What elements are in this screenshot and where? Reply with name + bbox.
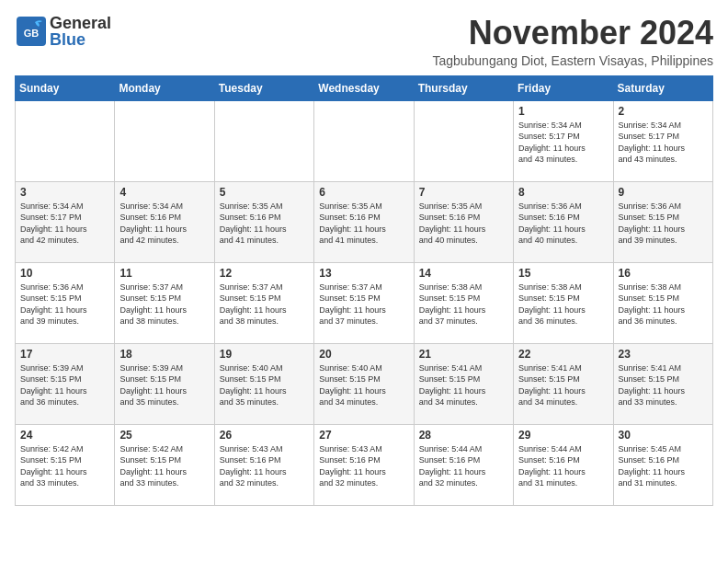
calendar-day-cell: 15Sunrise: 5:38 AMSunset: 5:15 PMDayligh… xyxy=(514,262,613,343)
day-number: 11 xyxy=(119,267,209,280)
calendar-day-cell: 3Sunrise: 5:34 AMSunset: 5:17 PMDaylight… xyxy=(16,181,115,262)
day-info: Sunrise: 5:38 AMSunset: 5:15 PMDaylight:… xyxy=(619,282,708,327)
day-info: Sunrise: 5:34 AMSunset: 5:17 PMDaylight:… xyxy=(518,120,608,166)
calendar-day-cell xyxy=(414,100,513,181)
calendar-week-row: 10Sunrise: 5:36 AMSunset: 5:15 PMDayligh… xyxy=(16,262,713,343)
day-info: Sunrise: 5:39 AMSunset: 5:15 PMDaylight:… xyxy=(119,362,209,408)
day-number: 12 xyxy=(220,267,309,280)
day-number: 24 xyxy=(20,429,109,442)
day-number: 6 xyxy=(319,186,408,199)
weekday-header: Wednesday xyxy=(314,75,414,100)
day-info: Sunrise: 5:45 AMSunset: 5:16 PMDaylight:… xyxy=(619,443,708,489)
day-info: Sunrise: 5:37 AMSunset: 5:15 PMDaylight:… xyxy=(220,282,309,327)
day-info: Sunrise: 5:39 AMSunset: 5:15 PMDaylight:… xyxy=(20,362,109,408)
day-info: Sunrise: 5:40 AMSunset: 5:15 PMDaylight:… xyxy=(319,362,408,408)
weekday-header: Saturday xyxy=(613,75,712,100)
calendar-day-cell: 28Sunrise: 5:44 AMSunset: 5:16 PMDayligh… xyxy=(414,424,513,505)
calendar-day-cell: 7Sunrise: 5:35 AMSunset: 5:16 PMDaylight… xyxy=(414,181,513,262)
day-info: Sunrise: 5:36 AMSunset: 5:15 PMDaylight:… xyxy=(20,282,109,327)
calendar-day-cell: 20Sunrise: 5:40 AMSunset: 5:15 PMDayligh… xyxy=(314,343,414,424)
day-number: 7 xyxy=(419,186,508,199)
calendar-day-cell: 5Sunrise: 5:35 AMSunset: 5:16 PMDaylight… xyxy=(214,181,313,262)
calendar-day-cell: 14Sunrise: 5:38 AMSunset: 5:15 PMDayligh… xyxy=(414,262,513,343)
weekday-header-row: SundayMondayTuesdayWednesdayThursdayFrid… xyxy=(16,75,713,100)
day-info: Sunrise: 5:42 AMSunset: 5:15 PMDaylight:… xyxy=(119,443,209,489)
day-info: Sunrise: 5:40 AMSunset: 5:15 PMDaylight:… xyxy=(220,362,309,408)
calendar-day-cell: 22Sunrise: 5:41 AMSunset: 5:15 PMDayligh… xyxy=(514,343,613,424)
calendar-day-cell: 11Sunrise: 5:37 AMSunset: 5:15 PMDayligh… xyxy=(115,262,214,343)
day-number: 3 xyxy=(20,186,109,199)
day-info: Sunrise: 5:41 AMSunset: 5:15 PMDaylight:… xyxy=(419,362,508,408)
day-info: Sunrise: 5:36 AMSunset: 5:15 PMDaylight:… xyxy=(619,201,708,247)
calendar-day-cell: 2Sunrise: 5:34 AMSunset: 5:17 PMDaylight… xyxy=(613,100,712,181)
day-info: Sunrise: 5:43 AMSunset: 5:16 PMDaylight:… xyxy=(220,443,309,489)
day-info: Sunrise: 5:43 AMSunset: 5:16 PMDaylight:… xyxy=(319,443,408,489)
day-info: Sunrise: 5:34 AMSunset: 5:17 PMDaylight:… xyxy=(619,120,708,166)
weekday-header: Monday xyxy=(115,75,214,100)
day-info: Sunrise: 5:42 AMSunset: 5:15 PMDaylight:… xyxy=(20,443,109,489)
day-number: 18 xyxy=(119,348,209,361)
day-info: Sunrise: 5:38 AMSunset: 5:15 PMDaylight:… xyxy=(518,282,608,327)
day-number: 4 xyxy=(119,186,209,199)
day-number: 17 xyxy=(20,348,109,361)
calendar-day-cell xyxy=(314,100,414,181)
day-info: Sunrise: 5:44 AMSunset: 5:16 PMDaylight:… xyxy=(518,443,608,489)
day-info: Sunrise: 5:44 AMSunset: 5:16 PMDaylight:… xyxy=(419,443,508,489)
day-number: 20 xyxy=(319,348,408,361)
day-info: Sunrise: 5:41 AMSunset: 5:15 PMDaylight:… xyxy=(619,362,708,408)
day-number: 8 xyxy=(518,186,608,199)
calendar-day-cell: 8Sunrise: 5:36 AMSunset: 5:16 PMDaylight… xyxy=(514,181,613,262)
calendar-day-cell: 6Sunrise: 5:35 AMSunset: 5:16 PMDaylight… xyxy=(314,181,414,262)
logo-text: General Blue xyxy=(50,15,111,48)
calendar-day-cell: 19Sunrise: 5:40 AMSunset: 5:15 PMDayligh… xyxy=(214,343,313,424)
day-number: 23 xyxy=(619,348,708,361)
location: Tagbubungang Diot, Eastern Visayas, Phil… xyxy=(432,53,713,68)
weekday-header: Tuesday xyxy=(214,75,313,100)
calendar-day-cell: 29Sunrise: 5:44 AMSunset: 5:16 PMDayligh… xyxy=(514,424,613,505)
month-title: November 2024 xyxy=(432,15,713,52)
calendar-day-cell: 27Sunrise: 5:43 AMSunset: 5:16 PMDayligh… xyxy=(314,424,414,505)
day-number: 1 xyxy=(518,105,608,118)
calendar-day-cell: 10Sunrise: 5:36 AMSunset: 5:15 PMDayligh… xyxy=(16,262,115,343)
page-header: GB General Blue November 2024 Tagbubunga… xyxy=(15,15,713,68)
day-number: 28 xyxy=(419,429,508,442)
calendar-day-cell: 25Sunrise: 5:42 AMSunset: 5:15 PMDayligh… xyxy=(115,424,214,505)
day-number: 25 xyxy=(119,429,209,442)
calendar-week-row: 1Sunrise: 5:34 AMSunset: 5:17 PMDaylight… xyxy=(16,100,713,181)
calendar-day-cell: 4Sunrise: 5:34 AMSunset: 5:16 PMDaylight… xyxy=(115,181,214,262)
weekday-header: Friday xyxy=(514,75,613,100)
logo-blue: Blue xyxy=(50,31,111,48)
day-info: Sunrise: 5:41 AMSunset: 5:15 PMDaylight:… xyxy=(518,362,608,408)
calendar-week-row: 3Sunrise: 5:34 AMSunset: 5:17 PMDaylight… xyxy=(16,181,713,262)
calendar-day-cell: 13Sunrise: 5:37 AMSunset: 5:15 PMDayligh… xyxy=(314,262,414,343)
calendar-day-cell: 16Sunrise: 5:38 AMSunset: 5:15 PMDayligh… xyxy=(613,262,712,343)
calendar-day-cell: 24Sunrise: 5:42 AMSunset: 5:15 PMDayligh… xyxy=(16,424,115,505)
day-number: 2 xyxy=(619,105,708,118)
logo: GB General Blue xyxy=(15,15,111,48)
calendar-day-cell xyxy=(16,100,115,181)
calendar-day-cell xyxy=(214,100,313,181)
day-number: 14 xyxy=(419,267,508,280)
calendar-day-cell: 12Sunrise: 5:37 AMSunset: 5:15 PMDayligh… xyxy=(214,262,313,343)
calendar-week-row: 17Sunrise: 5:39 AMSunset: 5:15 PMDayligh… xyxy=(16,343,713,424)
day-number: 27 xyxy=(319,429,408,442)
day-info: Sunrise: 5:37 AMSunset: 5:15 PMDaylight:… xyxy=(319,282,408,327)
calendar-day-cell: 17Sunrise: 5:39 AMSunset: 5:15 PMDayligh… xyxy=(16,343,115,424)
day-number: 10 xyxy=(20,267,109,280)
day-info: Sunrise: 5:38 AMSunset: 5:15 PMDaylight:… xyxy=(419,282,508,327)
weekday-header: Thursday xyxy=(414,75,513,100)
day-info: Sunrise: 5:34 AMSunset: 5:16 PMDaylight:… xyxy=(119,201,209,247)
day-info: Sunrise: 5:35 AMSunset: 5:16 PMDaylight:… xyxy=(220,201,309,247)
calendar-day-cell: 1Sunrise: 5:34 AMSunset: 5:17 PMDaylight… xyxy=(514,100,613,181)
day-number: 30 xyxy=(619,429,708,442)
day-number: 16 xyxy=(619,267,708,280)
svg-text:GB: GB xyxy=(24,28,40,39)
day-number: 15 xyxy=(518,267,608,280)
day-info: Sunrise: 5:37 AMSunset: 5:15 PMDaylight:… xyxy=(119,282,209,327)
day-number: 26 xyxy=(220,429,309,442)
day-number: 9 xyxy=(619,186,708,199)
day-info: Sunrise: 5:35 AMSunset: 5:16 PMDaylight:… xyxy=(419,201,508,247)
weekday-header: Sunday xyxy=(16,75,115,100)
logo-icon: GB xyxy=(15,15,48,48)
day-info: Sunrise: 5:36 AMSunset: 5:16 PMDaylight:… xyxy=(518,201,608,247)
